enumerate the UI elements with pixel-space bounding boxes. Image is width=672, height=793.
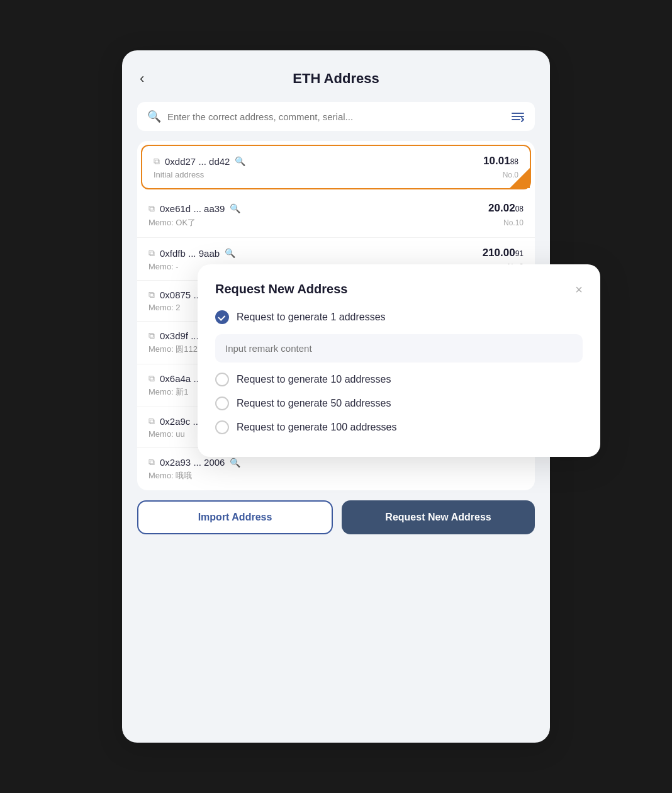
address-item[interactable]: ⧉ 0xdd27 ... dd42 🔍 10.0188 Initial addr… <box>141 145 531 189</box>
radio-label: Request to generate 50 addresses <box>237 398 391 409</box>
address-amount: 210.0091 <box>483 247 524 259</box>
address-search-icon[interactable]: 🔍 <box>235 156 245 166</box>
address-amount: 20.0208 <box>488 202 524 215</box>
address-search-icon[interactable]: 🔍 <box>230 458 240 468</box>
address-memo: Memo: OK了 <box>148 217 196 228</box>
copy-icon[interactable]: ⧉ <box>148 457 155 468</box>
copy-icon[interactable]: ⧉ <box>148 290 155 300</box>
radio-label: Request to generate 100 addresses <box>237 422 396 433</box>
dialog-options: Request to generate 1 addresses Request … <box>215 310 583 434</box>
address-memo: Initial address <box>154 170 204 179</box>
address-item[interactable]: ⧉ 0xe61d ... aa39 🔍 20.0208 Memo: OK了 No… <box>137 193 535 238</box>
radio-circle <box>215 396 229 410</box>
copy-icon[interactable]: ⧉ <box>148 203 155 214</box>
address-hash: 0x2a93 ... 2006 <box>160 457 225 468</box>
radio-label: Request to generate 10 addresses <box>237 374 391 385</box>
radio-option[interactable]: Request to generate 50 addresses <box>215 396 583 410</box>
address-memo: Memo: - <box>148 262 179 271</box>
request-address-dialog: Request New Address × Request to generat… <box>198 264 600 457</box>
search-icon: 🔍 <box>147 110 161 123</box>
address-memo: Memo: 哦哦 <box>148 470 192 481</box>
address-hash: 0xfdfb ... 9aab <box>160 248 220 259</box>
filter-button[interactable] <box>511 111 525 122</box>
radio-circle <box>215 420 229 434</box>
address-hash: 0xdd27 ... dd42 <box>165 156 230 167</box>
radio-label: Request to generate 1 addresses <box>237 312 386 323</box>
copy-icon[interactable]: ⧉ <box>148 330 155 341</box>
radio-circle <box>215 310 229 324</box>
dialog-header: Request New Address × <box>215 282 583 296</box>
active-corner <box>510 168 530 188</box>
address-number: No.10 <box>503 218 524 227</box>
radio-option[interactable]: Request to generate 100 addresses <box>215 420 583 434</box>
address-search-icon[interactable]: 🔍 <box>225 248 235 258</box>
filter-icon <box>511 111 525 122</box>
address-memo: Memo: 圆112 <box>148 344 198 355</box>
dialog-close-button[interactable]: × <box>575 283 583 296</box>
address-hash: 0xe61d ... aa39 <box>160 203 225 214</box>
address-memo: Memo: 新1 <box>148 386 189 398</box>
radio-option[interactable]: Request to generate 1 addresses <box>215 310 583 324</box>
page-title: ETH Address <box>293 70 379 87</box>
copy-icon[interactable]: ⧉ <box>154 156 160 167</box>
search-bar: 🔍 <box>137 102 535 131</box>
radio-option[interactable]: Request to generate 10 addresses <box>215 373 583 386</box>
request-new-address-button[interactable]: Request New Address <box>342 500 535 534</box>
dialog-title: Request New Address <box>215 282 347 296</box>
bottom-actions: Import Address Request New Address <box>137 500 535 534</box>
import-address-button[interactable]: Import Address <box>137 500 333 534</box>
address-memo: Memo: uu <box>148 429 185 439</box>
remark-input[interactable] <box>215 334 583 363</box>
back-button[interactable]: ‹ <box>137 69 147 88</box>
search-input[interactable] <box>167 111 505 122</box>
main-card: ‹ ETH Address 🔍 ⧉ 0xdd27 ... dd42 🔍 10.0… <box>122 50 550 743</box>
address-memo: Memo: 2 <box>148 303 181 312</box>
copy-icon[interactable]: ⧉ <box>148 373 155 384</box>
copy-icon[interactable]: ⧉ <box>148 416 155 427</box>
address-amount: 10.0188 <box>483 155 518 167</box>
address-search-icon[interactable]: 🔍 <box>230 203 240 213</box>
radio-circle <box>215 373 229 386</box>
page-header: ‹ ETH Address <box>137 70 535 87</box>
copy-icon[interactable]: ⧉ <box>148 248 155 259</box>
